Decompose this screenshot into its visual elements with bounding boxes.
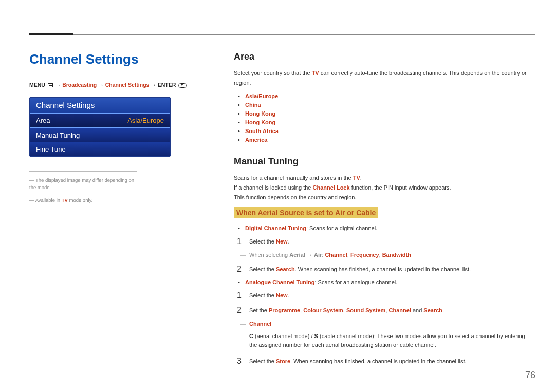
- menu-icon: [48, 83, 53, 87]
- step-number: 2: [237, 265, 249, 274]
- left-column: Channel Settings MENU → Broadcasting → C…: [29, 51, 199, 209]
- analogue-step-1: 1 Select the New.: [237, 288, 527, 304]
- osd-row-fine-tune[interactable]: Fine Tune: [30, 142, 170, 156]
- area-description: Select your country so that the TV can c…: [234, 68, 527, 87]
- osd-row-label: Fine Tune: [36, 145, 66, 153]
- top-rule-bold: [29, 33, 73, 35]
- analogue-step-3: 3 Select the Store. When scanning has fi…: [237, 354, 527, 369]
- area-option: China: [245, 100, 527, 109]
- mt-desc1: Scans for a channel manually and stores …: [234, 173, 527, 183]
- digital-step-1: 1 Select the New.: [237, 234, 527, 250]
- manual-tuning-heading: Manual Tuning: [234, 156, 527, 167]
- osd-row-label: Area: [36, 117, 50, 124]
- page-number: 76: [525, 370, 535, 381]
- breadcrumb-broadcasting: Broadcasting: [62, 82, 97, 88]
- left-notes: ― The displayed image may differ dependi…: [29, 171, 137, 204]
- digital-aerial-note: When selecting Aerial → Air: Channel, Fr…: [249, 250, 527, 262]
- page-title: Channel Settings: [29, 51, 199, 67]
- osd-title: Channel Settings: [30, 98, 170, 113]
- osd-row-area[interactable]: Area Asia/Europe: [30, 113, 170, 128]
- area-option: Hong Kong: [245, 109, 527, 118]
- right-column: Area Select your country so that the TV …: [234, 51, 527, 369]
- digital-tuning-line: Digital Channel Tuning: Scans for a digi…: [245, 223, 527, 234]
- step-number: 1: [237, 237, 249, 247]
- breadcrumb-menu: MENU: [29, 82, 45, 88]
- note-tv-mode: ― Available in TV mode only.: [29, 197, 137, 204]
- step-number: 3: [237, 357, 249, 366]
- channel-note-heading: Channel: [249, 319, 527, 331]
- area-options: Asia/Europe China Hong Kong Hong Kong So…: [245, 91, 527, 144]
- note-model: ― The displayed image may differ dependi…: [29, 177, 137, 192]
- mt-desc2: If a channel is locked using the Channel…: [234, 183, 527, 193]
- area-option: South Africa: [245, 126, 527, 135]
- osd-row-label: Manual Tuning: [36, 132, 80, 139]
- digital-step-2: 2 Select the Search. When scanning has f…: [237, 262, 527, 277]
- breadcrumb-enter: ENTER: [158, 82, 176, 88]
- analogue-step-2: 2 Set the Programme, Colour System, Soun…: [237, 303, 527, 319]
- osd-row-value: Asia/Europe: [127, 117, 164, 124]
- osd-panel: Channel Settings Area Asia/Europe Manual…: [29, 97, 171, 157]
- step-number: 1: [237, 291, 249, 301]
- analogue-tuning-line: Analogue Channel Tuning: Scans for an an…: [245, 277, 527, 288]
- area-option: America: [245, 135, 527, 144]
- area-heading: Area: [234, 51, 527, 62]
- breadcrumb: MENU → Broadcasting → Channel Settings →…: [29, 82, 199, 88]
- osd-row-manual-tuning[interactable]: Manual Tuning: [30, 128, 170, 142]
- step-number: 2: [237, 306, 249, 315]
- enter-icon: [178, 83, 187, 88]
- aerial-subheading: When Aerial Source is set to Air or Cabl…: [234, 207, 378, 218]
- mt-desc3: This function depends on the country and…: [234, 193, 527, 202]
- area-option: Hong Kong: [245, 118, 527, 126]
- area-option: Asia/Europe: [245, 91, 527, 100]
- breadcrumb-channel-settings: Channel Settings: [105, 82, 150, 88]
- top-rule: [29, 34, 535, 35]
- channel-note-body: C (aerial channel mode) / S (cable chann…: [249, 331, 527, 354]
